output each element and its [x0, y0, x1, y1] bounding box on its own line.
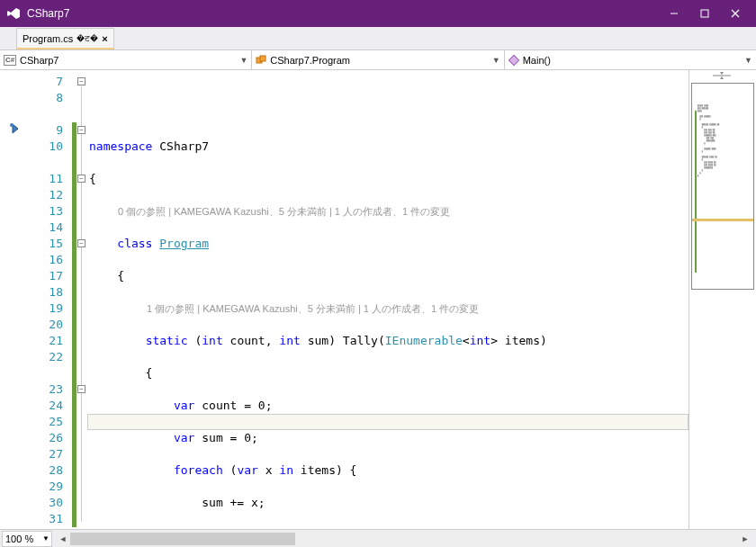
svg-point-7 — [10, 123, 14, 127]
codelens[interactable]: 0 個の参照 | KAMEGAWA Kazushi、5 分未満前 | 1 人の作… — [89, 203, 450, 220]
overview-ruler[interactable]: █████ ████ ███ ██████ ████ ███ ██████ █ … — [688, 70, 756, 529]
tab-close-icon[interactable]: × — [102, 33, 107, 44]
minimap-preview: █████ ████ ███ ██████ ████ ███ ██████ █ … — [698, 102, 750, 180]
close-button[interactable] — [720, 2, 751, 25]
svg-rect-1 — [701, 10, 708, 17]
minimap[interactable]: █████ ████ ███ ██████ ████ ███ ██████ █ … — [691, 83, 754, 290]
document-tab[interactable]: Program.cs �ट� × — [16, 28, 114, 49]
indicator-margin — [0, 70, 32, 529]
code-editor[interactable]: 7891011121314151617181920212223242526272… — [0, 70, 756, 529]
method-icon — [508, 55, 519, 66]
fold-toggle[interactable]: − — [77, 126, 86, 134]
fold-toggle[interactable]: − — [77, 77, 86, 85]
maximize-button[interactable] — [689, 2, 720, 25]
fold-toggle[interactable]: − — [77, 239, 86, 247]
split-handle-icon[interactable] — [695, 70, 749, 81]
code-text[interactable]: namespace CSharp7 { 0 個の参照 | KAMEGAWA Ka… — [87, 70, 688, 529]
csharp-project-icon: C# — [4, 55, 16, 66]
tab-filename: Program.cs — [22, 33, 73, 44]
method-dropdown[interactable]: Main() ▼ — [505, 50, 756, 69]
window-title: CSharp7 — [27, 7, 659, 20]
chevron-down-icon: ▼ — [42, 534, 51, 543]
outlining-margin[interactable]: − − − − − — [76, 70, 87, 529]
fold-toggle[interactable]: − — [77, 175, 86, 183]
svg-rect-6 — [508, 55, 518, 65]
class-dropdown-label: CSharp7.Program — [270, 55, 350, 66]
scroll-right-icon[interactable]: ► — [738, 532, 752, 546]
editor-bottom-bar: 100 % ▼ ◄ ► — [0, 529, 756, 547]
visual-studio-icon — [5, 5, 22, 22]
line-numbers: 7891011121314151617181920212223242526272… — [32, 70, 72, 529]
chevron-down-icon: ▼ — [492, 56, 500, 65]
tracepoint-icon[interactable] — [9, 122, 22, 135]
zoom-dropdown[interactable]: 100 % ▼ — [2, 531, 52, 547]
project-dropdown[interactable]: C# CSharp7 ▼ — [0, 50, 252, 69]
document-tab-strip: Program.cs �ट� × — [0, 27, 756, 50]
svg-rect-5 — [260, 56, 266, 61]
horizontal-scrollbar[interactable]: ◄ ► — [56, 532, 752, 546]
navigation-bar: C# CSharp7 ▼ CSharp7.Program ▼ Main() ▼ — [0, 50, 756, 70]
class-dropdown[interactable]: CSharp7.Program ▼ — [252, 50, 504, 69]
title-bar: CSharp7 — [0, 0, 756, 27]
zoom-level: 100 % — [5, 534, 33, 544]
scroll-left-icon[interactable]: ◄ — [56, 532, 70, 546]
class-icon — [256, 55, 266, 66]
codelens[interactable]: 1 個の参照 | KAMEGAWA Kazushi、5 分未満前 | 1 人の作… — [89, 300, 479, 317]
pin-icon[interactable]: �ट� — [76, 33, 98, 44]
scrollbar-thumb[interactable] — [70, 533, 295, 545]
chevron-down-icon: ▼ — [744, 56, 752, 65]
method-dropdown-label: Main() — [523, 55, 551, 66]
project-dropdown-label: CSharp7 — [20, 55, 58, 66]
chevron-down-icon: ▼ — [239, 56, 248, 65]
fold-toggle[interactable]: − — [77, 385, 86, 393]
minimize-button[interactable] — [659, 2, 689, 25]
